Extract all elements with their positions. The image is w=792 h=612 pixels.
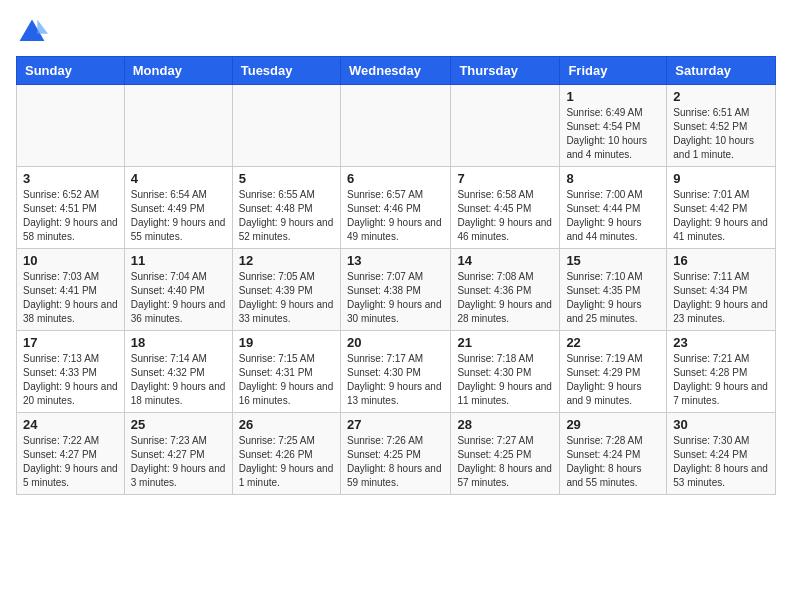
day-number: 29	[566, 417, 660, 432]
day-number: 19	[239, 335, 334, 350]
day-number: 16	[673, 253, 769, 268]
day-number: 27	[347, 417, 444, 432]
calendar-cell: 5Sunrise: 6:55 AM Sunset: 4:48 PM Daylig…	[232, 167, 340, 249]
day-info: Sunrise: 7:26 AM Sunset: 4:25 PM Dayligh…	[347, 434, 444, 490]
logo-icon	[16, 16, 48, 48]
calendar-cell	[17, 85, 125, 167]
day-number: 17	[23, 335, 118, 350]
column-header-thursday: Thursday	[451, 57, 560, 85]
day-number: 10	[23, 253, 118, 268]
day-number: 21	[457, 335, 553, 350]
day-number: 6	[347, 171, 444, 186]
day-info: Sunrise: 6:49 AM Sunset: 4:54 PM Dayligh…	[566, 106, 660, 162]
calendar-cell: 30Sunrise: 7:30 AM Sunset: 4:24 PM Dayli…	[667, 413, 776, 495]
day-number: 26	[239, 417, 334, 432]
day-number: 7	[457, 171, 553, 186]
day-number: 9	[673, 171, 769, 186]
calendar-cell: 27Sunrise: 7:26 AM Sunset: 4:25 PM Dayli…	[340, 413, 450, 495]
day-number: 20	[347, 335, 444, 350]
day-number: 30	[673, 417, 769, 432]
calendar-cell: 20Sunrise: 7:17 AM Sunset: 4:30 PM Dayli…	[340, 331, 450, 413]
day-info: Sunrise: 7:19 AM Sunset: 4:29 PM Dayligh…	[566, 352, 660, 408]
day-info: Sunrise: 7:01 AM Sunset: 4:42 PM Dayligh…	[673, 188, 769, 244]
calendar-cell: 28Sunrise: 7:27 AM Sunset: 4:25 PM Dayli…	[451, 413, 560, 495]
day-info: Sunrise: 7:14 AM Sunset: 4:32 PM Dayligh…	[131, 352, 226, 408]
day-info: Sunrise: 7:25 AM Sunset: 4:26 PM Dayligh…	[239, 434, 334, 490]
day-info: Sunrise: 7:11 AM Sunset: 4:34 PM Dayligh…	[673, 270, 769, 326]
calendar-cell: 6Sunrise: 6:57 AM Sunset: 4:46 PM Daylig…	[340, 167, 450, 249]
day-number: 23	[673, 335, 769, 350]
day-info: Sunrise: 6:51 AM Sunset: 4:52 PM Dayligh…	[673, 106, 769, 162]
calendar-week-1: 1Sunrise: 6:49 AM Sunset: 4:54 PM Daylig…	[17, 85, 776, 167]
calendar-cell: 4Sunrise: 6:54 AM Sunset: 4:49 PM Daylig…	[124, 167, 232, 249]
calendar-week-4: 17Sunrise: 7:13 AM Sunset: 4:33 PM Dayli…	[17, 331, 776, 413]
day-info: Sunrise: 7:05 AM Sunset: 4:39 PM Dayligh…	[239, 270, 334, 326]
calendar-cell: 9Sunrise: 7:01 AM Sunset: 4:42 PM Daylig…	[667, 167, 776, 249]
calendar-cell: 15Sunrise: 7:10 AM Sunset: 4:35 PM Dayli…	[560, 249, 667, 331]
calendar-cell	[340, 85, 450, 167]
calendar-cell: 8Sunrise: 7:00 AM Sunset: 4:44 PM Daylig…	[560, 167, 667, 249]
calendar-cell: 24Sunrise: 7:22 AM Sunset: 4:27 PM Dayli…	[17, 413, 125, 495]
calendar-cell: 2Sunrise: 6:51 AM Sunset: 4:52 PM Daylig…	[667, 85, 776, 167]
calendar-cell: 21Sunrise: 7:18 AM Sunset: 4:30 PM Dayli…	[451, 331, 560, 413]
column-header-friday: Friday	[560, 57, 667, 85]
calendar-week-5: 24Sunrise: 7:22 AM Sunset: 4:27 PM Dayli…	[17, 413, 776, 495]
day-info: Sunrise: 6:57 AM Sunset: 4:46 PM Dayligh…	[347, 188, 444, 244]
calendar-cell: 25Sunrise: 7:23 AM Sunset: 4:27 PM Dayli…	[124, 413, 232, 495]
day-info: Sunrise: 6:54 AM Sunset: 4:49 PM Dayligh…	[131, 188, 226, 244]
day-info: Sunrise: 6:58 AM Sunset: 4:45 PM Dayligh…	[457, 188, 553, 244]
day-info: Sunrise: 7:27 AM Sunset: 4:25 PM Dayligh…	[457, 434, 553, 490]
calendar-cell	[124, 85, 232, 167]
calendar-cell: 13Sunrise: 7:07 AM Sunset: 4:38 PM Dayli…	[340, 249, 450, 331]
day-info: Sunrise: 6:55 AM Sunset: 4:48 PM Dayligh…	[239, 188, 334, 244]
svg-marker-1	[37, 20, 48, 34]
day-info: Sunrise: 7:17 AM Sunset: 4:30 PM Dayligh…	[347, 352, 444, 408]
day-info: Sunrise: 7:21 AM Sunset: 4:28 PM Dayligh…	[673, 352, 769, 408]
day-number: 15	[566, 253, 660, 268]
day-info: Sunrise: 7:08 AM Sunset: 4:36 PM Dayligh…	[457, 270, 553, 326]
calendar-cell	[232, 85, 340, 167]
day-info: Sunrise: 7:03 AM Sunset: 4:41 PM Dayligh…	[23, 270, 118, 326]
day-number: 1	[566, 89, 660, 104]
calendar-cell: 17Sunrise: 7:13 AM Sunset: 4:33 PM Dayli…	[17, 331, 125, 413]
calendar-cell: 29Sunrise: 7:28 AM Sunset: 4:24 PM Dayli…	[560, 413, 667, 495]
day-number: 13	[347, 253, 444, 268]
calendar-cell: 12Sunrise: 7:05 AM Sunset: 4:39 PM Dayli…	[232, 249, 340, 331]
column-header-saturday: Saturday	[667, 57, 776, 85]
calendar-cell: 19Sunrise: 7:15 AM Sunset: 4:31 PM Dayli…	[232, 331, 340, 413]
header	[16, 16, 776, 48]
day-info: Sunrise: 7:13 AM Sunset: 4:33 PM Dayligh…	[23, 352, 118, 408]
day-number: 11	[131, 253, 226, 268]
calendar-cell: 18Sunrise: 7:14 AM Sunset: 4:32 PM Dayli…	[124, 331, 232, 413]
calendar-cell: 7Sunrise: 6:58 AM Sunset: 4:45 PM Daylig…	[451, 167, 560, 249]
calendar-cell: 23Sunrise: 7:21 AM Sunset: 4:28 PM Dayli…	[667, 331, 776, 413]
column-header-wednesday: Wednesday	[340, 57, 450, 85]
calendar-cell: 26Sunrise: 7:25 AM Sunset: 4:26 PM Dayli…	[232, 413, 340, 495]
day-info: Sunrise: 7:10 AM Sunset: 4:35 PM Dayligh…	[566, 270, 660, 326]
calendar-cell	[451, 85, 560, 167]
calendar-table: SundayMondayTuesdayWednesdayThursdayFrid…	[16, 56, 776, 495]
day-info: Sunrise: 7:18 AM Sunset: 4:30 PM Dayligh…	[457, 352, 553, 408]
logo	[16, 16, 52, 48]
calendar-cell: 11Sunrise: 7:04 AM Sunset: 4:40 PM Dayli…	[124, 249, 232, 331]
day-info: Sunrise: 6:52 AM Sunset: 4:51 PM Dayligh…	[23, 188, 118, 244]
column-header-sunday: Sunday	[17, 57, 125, 85]
column-header-monday: Monday	[124, 57, 232, 85]
calendar-week-3: 10Sunrise: 7:03 AM Sunset: 4:41 PM Dayli…	[17, 249, 776, 331]
day-number: 5	[239, 171, 334, 186]
day-info: Sunrise: 7:30 AM Sunset: 4:24 PM Dayligh…	[673, 434, 769, 490]
day-number: 8	[566, 171, 660, 186]
column-header-tuesday: Tuesday	[232, 57, 340, 85]
day-info: Sunrise: 7:23 AM Sunset: 4:27 PM Dayligh…	[131, 434, 226, 490]
day-number: 12	[239, 253, 334, 268]
calendar-cell: 10Sunrise: 7:03 AM Sunset: 4:41 PM Dayli…	[17, 249, 125, 331]
day-number: 2	[673, 89, 769, 104]
day-number: 28	[457, 417, 553, 432]
day-info: Sunrise: 7:00 AM Sunset: 4:44 PM Dayligh…	[566, 188, 660, 244]
day-number: 25	[131, 417, 226, 432]
calendar-cell: 3Sunrise: 6:52 AM Sunset: 4:51 PM Daylig…	[17, 167, 125, 249]
day-number: 24	[23, 417, 118, 432]
day-number: 22	[566, 335, 660, 350]
day-info: Sunrise: 7:28 AM Sunset: 4:24 PM Dayligh…	[566, 434, 660, 490]
day-info: Sunrise: 7:15 AM Sunset: 4:31 PM Dayligh…	[239, 352, 334, 408]
